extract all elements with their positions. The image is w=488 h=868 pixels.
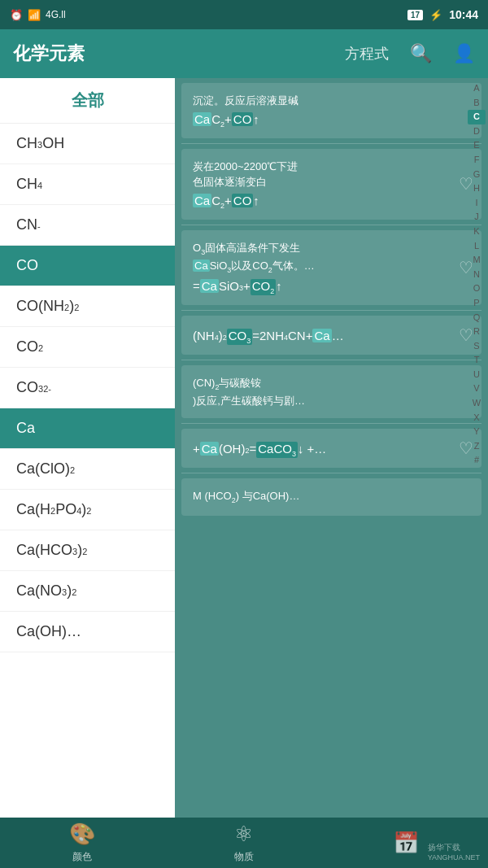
alpha-s[interactable]: S [468, 339, 486, 354]
alpha-z[interactable]: Z [468, 439, 486, 454]
charging-icon: ⚡ [429, 9, 442, 21]
card4-formula: (NH4)2CO3=2NH4CN+Ca… [193, 329, 470, 345]
sidebar-item-co2[interactable]: CO2 [0, 327, 175, 368]
formula-caco3: CaCO3 [256, 442, 298, 458]
formula-co22: CO2 [251, 279, 277, 295]
sidebar-all[interactable]: 全部 [0, 78, 175, 124]
alpha-x[interactable]: X [468, 411, 486, 425]
formula-ca4: Ca [312, 329, 331, 342]
formula-co3: CO3 [227, 329, 253, 345]
app-header: 化学元素 方程式 🔍 👤 [0, 29, 488, 78]
sidebar-item-cah2po4[interactable]: Ca(H2PO4)2 [0, 490, 175, 530]
divider-5 [181, 423, 481, 424]
content-area: 沉淀。反应后溶液显碱 CaC2+CO ↑ ♡ 炭在2000~2200℃下进色固体… [175, 78, 488, 818]
battery-badge: 17 [407, 10, 423, 20]
profile-icon[interactable]: 👤 [453, 43, 475, 64]
wifi-icon: 📶 [28, 9, 41, 21]
alpha-i[interactable]: I [468, 196, 486, 211]
card1-formula: CaC2+CO ↑ [193, 112, 470, 129]
formula-co2: CO [232, 194, 254, 207]
matter-icon: ⚛ [234, 822, 253, 847]
content-card-2: ♡ 炭在2000~2200℃下进色固体逐渐变白 CaC2+CO ↑ [181, 149, 481, 220]
nav-color-label: 颜色 [72, 850, 92, 864]
sidebar-item-caoh[interactable]: Ca(OH)… [0, 612, 175, 652]
divider-1 [181, 143, 481, 144]
formula-casio3: Ca [200, 279, 219, 293]
card5-text: (CN)2与碳酸铵)反应,产生碳酸钙与剧… [193, 375, 470, 409]
card7-text: M (HCO2) 与Ca(OH)… [193, 488, 470, 506]
alpha-f[interactable]: F [468, 153, 486, 168]
alpha-p[interactable]: P [468, 296, 486, 311]
alpha-o[interactable]: O [468, 281, 486, 296]
calendar-icon: 📅 [393, 831, 419, 856]
content-card-1: 沉淀。反应后溶液显碱 CaC2+CO ↑ [181, 83, 481, 138]
nav-matter-label: 物质 [234, 850, 254, 864]
nav-calendar[interactable]: 📅 [393, 831, 419, 856]
card6-formula: +Ca(OH)2=CaCO3 ↓ +… [193, 442, 470, 458]
alpha-c[interactable]: C [468, 110, 486, 124]
alpha-g[interactable]: G [468, 168, 486, 182]
alpha-r[interactable]: R [468, 325, 486, 339]
alpha-j[interactable]: J [468, 210, 486, 225]
card2-formula: CaC2+CO ↑ [193, 194, 470, 210]
sidebar: 全部 CH3OH CH4 CN- CO CO(NH2)2 CO2 CO32- C… [0, 78, 175, 818]
header-subtitle: 方程式 [345, 44, 389, 63]
nav-color[interactable]: 🎨 颜色 [69, 822, 95, 864]
status-left: ⏰ 📶 4G.ll [10, 9, 401, 21]
sidebar-item-ca[interactable]: Ca [0, 408, 175, 449]
signal-label: 4G.ll [46, 9, 66, 20]
nav-matter[interactable]: ⚛ 物质 [234, 822, 254, 864]
content-card-3: ♡ O3固体高温条件下发生CaSiO3以及CO2气体。… =CaSiO3+CO2… [181, 230, 481, 305]
sidebar-item-ch4[interactable]: CH4 [0, 164, 175, 205]
alpha-m[interactable]: M [468, 253, 486, 268]
sidebar-item-co32-[interactable]: CO32- [0, 368, 175, 408]
bottom-nav: 🎨 颜色 ⚛ 物质 📅 扬华下载 YANGHUA.NET [0, 818, 488, 868]
card1-text: 沉淀。反应后溶液显碱 [193, 93, 470, 109]
alpha-b[interactable]: B [468, 96, 486, 111]
alpha-e[interactable]: E [468, 138, 486, 153]
content-card-6: ♡ +Ca(OH)2=CaCO3 ↓ +… [181, 429, 481, 468]
alarm-icon: ⏰ [10, 9, 23, 21]
sidebar-item-caclo2[interactable]: Ca(ClO)2 [0, 449, 175, 490]
sidebar-item-cano3[interactable]: Ca(NO3)2 [0, 571, 175, 612]
sidebar-item-cn-[interactable]: CN- [0, 205, 175, 246]
divider-3 [181, 310, 481, 311]
main-layout: 全部 CH3OH CH4 CN- CO CO(NH2)2 CO2 CO32- C… [0, 78, 488, 818]
status-time: 10:44 [449, 8, 478, 21]
app-title: 化学元素 [13, 41, 337, 66]
card3-text: O3固体高温条件下发生CaSiO3以及CO2气体。… [193, 240, 470, 276]
formula-co: CO [232, 112, 254, 126]
card2-text: 炭在2000~2200℃下进色固体逐渐变白 [193, 159, 470, 190]
alpha-hash[interactable]: # [468, 453, 486, 468]
alpha-k[interactable]: K [468, 225, 486, 239]
formula-cac2b: CaC2+ [193, 194, 232, 210]
alpha-w[interactable]: W [468, 396, 486, 411]
watermark: 扬华下载 YANGHUA.NET [428, 842, 480, 861]
content-card-5: (CN)2与碳酸铵)反应,产生碳酸钙与剧… [181, 365, 481, 419]
divider-2 [181, 225, 481, 225]
alpha-u[interactable]: U [468, 368, 486, 382]
alpha-index: A B C D E F G H I J K L M N O P Q R S T … [465, 78, 488, 471]
alpha-n[interactable]: N [468, 268, 486, 282]
divider-6 [181, 473, 481, 473]
alpha-d[interactable]: D [468, 124, 486, 139]
formula-ca6: Ca [200, 442, 219, 456]
sidebar-item-conh2[interactable]: CO(NH2)2 [0, 286, 175, 327]
status-bar: ⏰ 📶 4G.ll 17 ⚡ 10:44 [0, 0, 488, 29]
sidebar-item-cahco3[interactable]: Ca(HCO3)2 [0, 530, 175, 571]
alpha-q[interactable]: Q [468, 311, 486, 325]
content-card-4: ♡ (NH4)2CO3=2NH4CN+Ca… [181, 316, 481, 355]
formula-cac2: CaC2+ [193, 112, 232, 129]
alpha-h[interactable]: H [468, 181, 486, 196]
alpha-l[interactable]: L [468, 239, 486, 254]
alpha-t[interactable]: T [468, 353, 486, 368]
color-icon: 🎨 [69, 822, 95, 847]
sidebar-item-ch3oh[interactable]: CH3OH [0, 124, 175, 164]
alpha-v[interactable]: V [468, 382, 486, 396]
content-card-7: M (HCO2) 与Ca(OH)… [181, 478, 481, 516]
alpha-y[interactable]: Y [468, 425, 486, 439]
sidebar-item-co[interactable]: CO [0, 246, 175, 286]
card3-formula: =CaSiO3+CO2 ↑ [193, 279, 470, 295]
search-icon[interactable]: 🔍 [410, 43, 432, 64]
alpha-a[interactable]: A [468, 81, 486, 96]
